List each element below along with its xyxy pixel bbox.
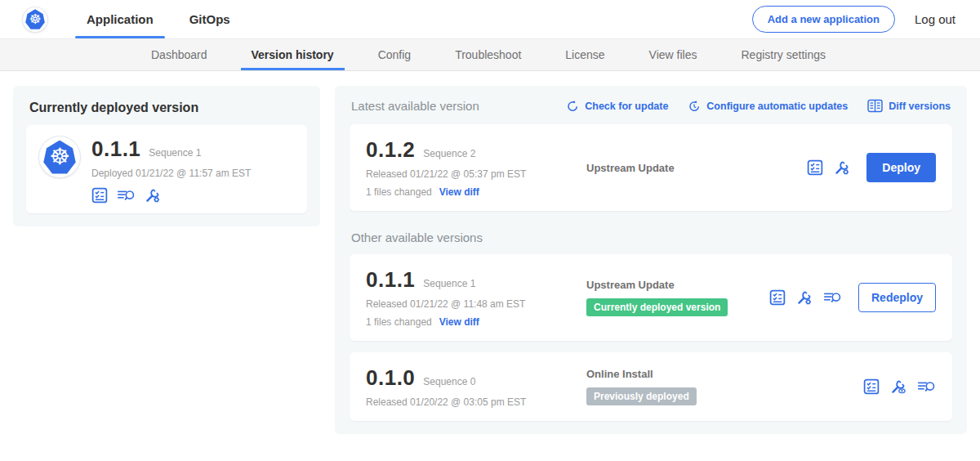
redeploy-button[interactable]: Redeploy: [858, 283, 936, 312]
sequence-label: Sequence 0: [423, 376, 475, 387]
files-changed-label: 1 files changed: [366, 186, 432, 198]
deploy-logs-icon[interactable]: [117, 187, 136, 204]
available-versions-panel: Latest available version Check for updat…: [335, 86, 967, 434]
subnav-tab-version-history[interactable]: Version history: [229, 39, 356, 70]
deploy-logs-icon[interactable]: [917, 378, 936, 395]
version-info: 0.1.0 Sequence 0 Released 01/20/22 @ 03:…: [366, 365, 572, 408]
top-navigation-bar: Application GitOps Add a new application…: [0, 0, 980, 38]
other-available-versions-title: Other available versions: [351, 230, 951, 244]
version-actions: [863, 378, 936, 395]
kubernetes-logo: [23, 7, 47, 32]
app-logo: [39, 137, 80, 177]
kubernetes-wheel-icon: [29, 12, 41, 27]
version-card-0-1-0: 0.1.0 Sequence 0 Released 01/20/22 @ 03:…: [350, 352, 952, 421]
view-config-icon[interactable]: [890, 378, 906, 395]
release-notes-icon[interactable]: [769, 289, 786, 306]
deployed-version-info: 0.1.1 Sequence 1 Deployed 01/21/22 @ 11:…: [91, 137, 251, 204]
topbar-right-actions: Add a new application Log out: [752, 6, 956, 33]
source-label: Online Install: [586, 368, 863, 380]
deploy-logs-icon[interactable]: [823, 289, 842, 306]
deployed-version-card: 0.1.1 Sequence 1 Deployed 01/21/22 @ 11:…: [26, 125, 307, 213]
diff-versions-link[interactable]: Diff versions: [867, 99, 951, 113]
app-subnav: Dashboard Version history Config Trouble…: [0, 38, 980, 71]
configure-automatic-updates-link[interactable]: Configure automatic updates: [688, 100, 848, 113]
version-number: 0.1.2: [366, 137, 415, 163]
released-timestamp: Released 01/21/22 @ 11:48 am EST: [366, 298, 572, 310]
subnav-tab-view-files[interactable]: View files: [627, 39, 719, 70]
kubernetes-heptagon: [25, 9, 46, 29]
configure-automatic-updates-label: Configure automatic updates: [706, 101, 848, 112]
kubernetes-heptagon: [43, 141, 77, 174]
version-number: 0.1.1: [366, 267, 415, 293]
view-diff-link[interactable]: View diff: [439, 316, 479, 328]
version-info: 0.1.2 Sequence 2 Released 01/21/22 @ 05:…: [366, 137, 572, 198]
release-notes-icon[interactable]: [91, 187, 108, 204]
deployed-version-number: 0.1.1: [91, 137, 140, 162]
deploy-button[interactable]: Deploy: [866, 153, 936, 182]
subnav-tab-registry-settings[interactable]: Registry settings: [719, 39, 847, 70]
edit-config-icon[interactable]: [796, 289, 813, 306]
files-changed-label: 1 files changed: [366, 316, 432, 328]
deployed-panel-title: Currently deployed version: [26, 101, 307, 115]
check-for-update-link[interactable]: Check for update: [566, 100, 668, 113]
currently-deployed-panel: Currently deployed version 0.1.1 Sequenc…: [13, 86, 320, 226]
subnav-tab-config[interactable]: Config: [356, 39, 433, 70]
kubernetes-wheel-icon: [49, 145, 69, 168]
version-number: 0.1.0: [366, 365, 415, 391]
update-action-links: Check for update Configure automatic upd…: [566, 99, 951, 113]
tab-application[interactable]: Application: [87, 0, 154, 38]
edit-config-icon[interactable]: [145, 187, 161, 204]
source-label: Upstream Update: [586, 279, 769, 291]
subnav-tab-troubleshoot[interactable]: Troubleshoot: [433, 39, 543, 70]
latest-available-title: Latest available version: [351, 99, 479, 113]
previously-deployed-badge: Previously deployed: [586, 387, 697, 405]
edit-config-icon[interactable]: [834, 159, 850, 176]
check-for-update-label: Check for update: [585, 101, 668, 112]
refresh-icon: [566, 100, 579, 113]
deployed-version-actions: [91, 187, 251, 204]
source-label: Upstream Update: [586, 162, 807, 174]
sequence-label: Sequence 2: [423, 148, 475, 159]
version-card-0-1-1: 0.1.1 Sequence 1 Released 01/21/22 @ 11:…: [350, 254, 952, 341]
subnav-tab-dashboard[interactable]: Dashboard: [129, 39, 229, 70]
deployed-timestamp: Deployed 01/21/22 @ 11:57 am EST: [91, 168, 251, 179]
version-history-content: Currently deployed version 0.1.1 Sequenc…: [0, 71, 980, 449]
logout-button[interactable]: Log out: [915, 12, 956, 26]
version-actions: Redeploy: [769, 283, 936, 312]
released-timestamp: Released 01/21/22 @ 05:37 pm EST: [366, 168, 572, 180]
add-application-button[interactable]: Add a new application: [752, 6, 895, 33]
version-card-latest: 0.1.2 Sequence 2 Released 01/21/22 @ 05:…: [350, 124, 952, 211]
released-timestamp: Released 01/20/22 @ 03:05 pm EST: [366, 396, 572, 408]
version-actions: Deploy: [807, 153, 936, 182]
updates-header: Latest available version Check for updat…: [350, 99, 952, 113]
tab-gitops[interactable]: GitOps: [189, 0, 230, 38]
diff-versions-label: Diff versions: [889, 101, 951, 112]
view-diff-link[interactable]: View diff: [439, 186, 479, 198]
release-notes-icon[interactable]: [863, 378, 880, 395]
version-source: Online Install Previously deployed: [572, 368, 863, 405]
sequence-label: Sequence 1: [423, 278, 475, 289]
deployed-sequence-label: Sequence 1: [149, 147, 201, 159]
subnav-tab-license[interactable]: License: [543, 39, 626, 70]
version-source: Upstream Update: [572, 162, 807, 174]
version-info: 0.1.1 Sequence 1 Released 01/21/22 @ 11:…: [366, 267, 572, 328]
version-source: Upstream Update Currently deployed versi…: [572, 279, 769, 316]
currently-deployed-badge: Currently deployed version: [586, 298, 728, 316]
auto-update-icon: [688, 100, 701, 113]
diff-icon: [867, 99, 883, 113]
release-notes-icon[interactable]: [807, 159, 823, 176]
